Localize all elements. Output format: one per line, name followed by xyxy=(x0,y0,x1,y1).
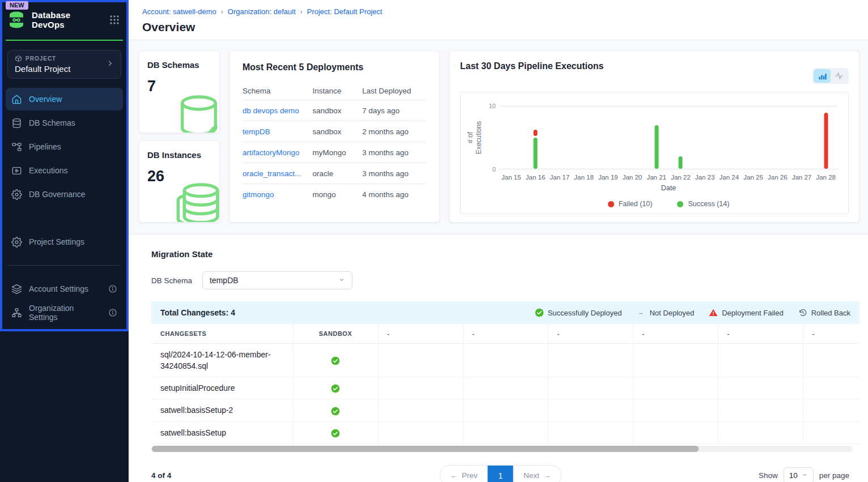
recent-deployments-card: Most Recent 5 Deployments SchemaInstance… xyxy=(229,50,440,223)
x-axis-title: Date xyxy=(499,184,838,192)
breadcrumb-separator-icon: › xyxy=(221,8,223,16)
db-schemas-stat-card: DB Schemas 7 xyxy=(139,50,220,133)
check-circle-icon xyxy=(331,356,340,365)
next-page-button[interactable]: Next → xyxy=(513,466,561,482)
x-tick-label: Jan 23 xyxy=(693,174,717,181)
last-deployed-cell: 7 days ago xyxy=(362,106,427,115)
page-size-select[interactable]: 10 xyxy=(784,467,814,482)
line-chart-icon xyxy=(835,71,844,80)
layers-icon xyxy=(11,284,22,295)
stat-title: DB Schemas xyxy=(147,60,211,70)
table-row: sql/2024-10-14-12-06-member-34240854.sql xyxy=(151,343,860,377)
legend-dot-icon xyxy=(677,201,683,207)
table-row: oracle_transact...oracle3 months ago xyxy=(242,163,427,184)
breadcrumb-link-project[interactable]: Project: Default Project xyxy=(307,7,382,16)
column-header: Schema xyxy=(242,87,313,95)
x-tick-label: Jan 27 xyxy=(790,174,814,181)
bar-chart-plot-area xyxy=(499,106,838,169)
bar-failed-jan-16 xyxy=(534,130,538,136)
instance-cell: sandbox xyxy=(313,106,363,115)
check-circle-icon xyxy=(535,308,544,317)
app-launcher-grid-icon[interactable] xyxy=(109,15,120,25)
db-schema-selected-value: tempDB xyxy=(210,276,239,285)
empty-cell xyxy=(463,343,548,377)
y-axis-ticks: 100 xyxy=(484,106,499,169)
chart-type-toggle xyxy=(812,68,849,84)
sandbox-status-cell xyxy=(293,421,378,443)
schema-link[interactable]: tempDB xyxy=(242,127,313,136)
instance-cell: sandbox xyxy=(313,127,363,136)
legend-label: Failed (10) xyxy=(619,200,653,208)
check-circle-icon xyxy=(331,407,340,416)
sidebar-item-account-settings[interactable]: Account Settings xyxy=(6,278,123,300)
line-chart-toggle-button[interactable] xyxy=(831,69,848,83)
sidebar-nav-secondary: Project Settings xyxy=(0,231,129,253)
status-legend-label: Deployment Failed xyxy=(722,309,783,317)
scrollbar-thumb[interactable] xyxy=(152,446,699,452)
empty-cell xyxy=(378,399,463,421)
legend-item-success[interactable]: Success (14) xyxy=(677,200,729,208)
page-size-value: 10 xyxy=(789,471,798,480)
sidebar-item-executions[interactable]: Executions xyxy=(6,159,123,182)
empty-cell xyxy=(718,399,803,421)
stat-title: DB Instances xyxy=(147,150,211,160)
empty-cell xyxy=(633,399,718,421)
new-badge: NEW xyxy=(6,1,28,10)
database-icon xyxy=(11,118,22,129)
project-label: PROJECT xyxy=(25,56,56,62)
sidebar-item-label: Project Settings xyxy=(29,237,84,246)
topbar: Account: satwell-demo›Organization: defa… xyxy=(129,0,868,40)
column-header-empty-2: - xyxy=(378,324,463,343)
info-icon[interactable] xyxy=(108,308,117,317)
horizontal-scrollbar xyxy=(151,446,853,452)
changesets-table-scroll: CHANGESETSSANDBOX------sql/2024-10-14-12… xyxy=(151,324,860,444)
breadcrumb-link-organization[interactable]: Organization: default xyxy=(228,7,296,16)
page-title: Overview xyxy=(142,20,854,34)
schema-link[interactable]: oracle_transact... xyxy=(242,169,313,178)
last-deployed-cell: 3 months ago xyxy=(362,148,427,157)
changeset-name: sql/2024-10-14-12-06-member-34240854.sql xyxy=(151,343,293,377)
changesets-header-band: Total Changesets: 4 Successfully Deploye… xyxy=(151,301,860,324)
deployments-header-row: SchemaInstanceLast Deployed xyxy=(242,82,427,100)
sidebar-item-overview[interactable]: Overview xyxy=(6,88,123,110)
empty-cell xyxy=(718,421,803,443)
schema-link[interactable]: gitmongo xyxy=(242,190,313,199)
info-icon[interactable] xyxy=(108,284,117,293)
empty-cell xyxy=(548,399,633,421)
x-tick-label: Jan 22 xyxy=(669,174,693,181)
bar-chart-icon xyxy=(818,72,827,80)
sidebar-item-db-governance[interactable]: DB Governance xyxy=(6,183,123,206)
schema-link[interactable]: artifactoryMongo xyxy=(242,148,313,157)
play-icon xyxy=(11,165,22,176)
column-header: Last Deployed xyxy=(362,87,427,95)
breadcrumb: Account: satwell-demo›Organization: defa… xyxy=(142,7,854,16)
x-tick-label: Jan 21 xyxy=(644,174,669,181)
sidebar-item-project-settings[interactable]: Project Settings xyxy=(6,231,123,253)
prev-page-button[interactable]: ← Prev xyxy=(440,466,488,482)
legend-item-failed[interactable]: Failed (10) xyxy=(608,200,653,208)
deployments-table: SchemaInstanceLast Deployeddb devops dem… xyxy=(242,82,427,205)
pagination-row: 4 of 4 ← Prev 1 Next → Show 10 xyxy=(151,467,860,482)
migration-title: Migration State xyxy=(151,249,860,259)
empty-cell xyxy=(378,377,463,399)
changeset-name: satwell:basisSetup-2 xyxy=(151,399,293,421)
deployments-title: Most Recent 5 Deployments xyxy=(242,62,427,72)
org-chart-icon xyxy=(11,308,22,318)
sidebar-item-organization-settings[interactable]: Organization Settings xyxy=(6,301,123,324)
pager: ← Prev 1 Next → xyxy=(440,465,562,482)
sidebar-item-pipelines[interactable]: Pipelines xyxy=(6,135,123,158)
page-1-button[interactable]: 1 xyxy=(488,466,513,482)
project-selector[interactable]: PROJECT Default Project xyxy=(7,50,121,79)
show-label: Show xyxy=(759,471,778,480)
x-tick-label: Jan 26 xyxy=(765,174,790,181)
db-schema-select[interactable]: tempDB xyxy=(202,271,352,289)
table-row: gitmongomongo4 months ago xyxy=(242,184,427,205)
breadcrumb-link-account[interactable]: Account: satwell-demo xyxy=(142,7,216,16)
sidebar-nav-tertiary: Account SettingsOrganization Settings xyxy=(0,278,129,324)
x-tick-label: Jan 25 xyxy=(741,174,765,181)
chart-title: Last 30 Days Pipeline Executions xyxy=(460,61,603,71)
sandbox-status-cell xyxy=(293,377,378,399)
bar-chart-toggle-button[interactable] xyxy=(814,69,831,83)
schema-link[interactable]: db devops demo xyxy=(242,106,313,115)
sidebar-item-db-schemas[interactable]: DB Schemas xyxy=(6,112,123,134)
